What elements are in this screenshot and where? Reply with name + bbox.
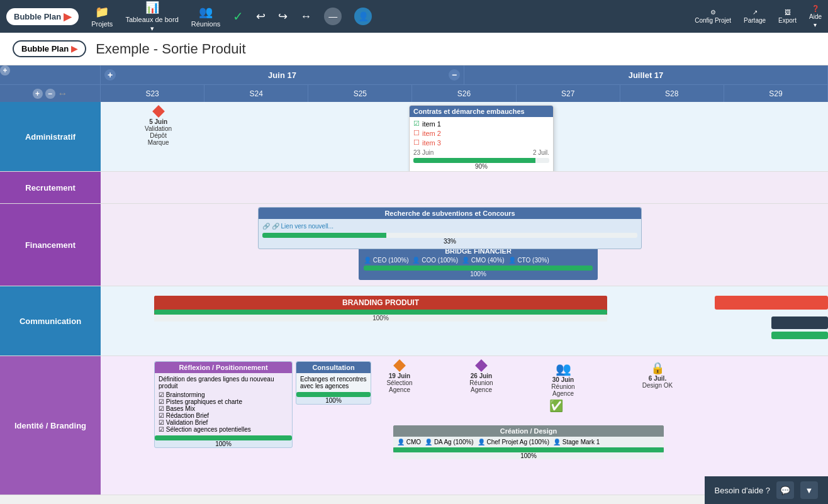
ms-selection-label2: Agence [378,386,422,393]
redo-button[interactable]: ↪ [278,9,288,23]
gear-icon: ⚙ [710,9,716,16]
reflexion-content: Définition des grandes lignes du nouveau… [155,373,292,435]
circle-button-2[interactable]: 👤 [354,8,372,25]
row-content-recrutement [101,172,828,203]
week-s28: S28 [620,85,724,102]
timeline-months-row: + + Juin 17 − Juillet 17 [0,65,828,84]
ms-19juin-date: 19 Juin [378,372,422,379]
people-icon: 👥 [199,5,213,19]
ms-reunion1-label: Réunion [459,379,503,386]
chat-icon: 💬 [780,486,790,495]
nav-config[interactable]: ⚙ Config Projet [695,9,731,24]
item-3-text: item 3 [422,139,441,147]
nav-aide[interactable]: ❓ Aide ▾ [809,5,822,28]
header-logo-text: Bubble Plan [21,44,69,53]
chart-icon: 📊 [145,1,159,14]
bridge-assignee-1: 👤 CEO (100%) [364,257,408,264]
nav-projets-label: Projets [91,20,113,28]
contrats-item-1: ☑ item 1 [413,120,549,128]
zoom-plus-btn[interactable]: + [0,65,10,76]
item-2-text: item 2 [422,130,441,137]
bridge-task[interactable]: BRIDGE FINANCIER 👤 CEO (100%) 👤 COO (100… [359,245,598,280]
page-header: Bubble Plan ▶ Exemple - Sortie Produit [0,33,828,65]
reflexion-item-5: ☑ Validation Brief [159,419,288,426]
help-section: Besoin d'aide ? 💬 ▼ [705,476,829,495]
consultation-content: Echanges et rencontres avec les agences [296,373,371,392]
check-circle-icon: ✅ [549,399,563,413]
gantt-row-administratif: Administratif 5 Juin Validation Dépôt Ma… [0,102,828,172]
week-s24: S24 [204,85,308,102]
row-label-financement: Financement [0,204,101,286]
circle-button-1[interactable]: — [324,8,342,25]
consultation-header: Consultation [296,362,371,373]
bridge-assignee-4: 👤 CTO (30%) [508,257,549,264]
contrats-dates: 23 Juin 2 Juil. [413,149,549,156]
milestone-reunion2[interactable]: 👥 30 Juin Réunion Agence [541,361,585,397]
ms-30juin-date: 30 Juin [541,376,585,383]
row-label-identite: Identité / Branding [0,356,101,495]
ms-26juin-date: 26 Juin [459,372,503,379]
month-juin-label: Juin 17 [268,70,296,80]
creation-assignee-4: 👤 Stage Mark 1 [553,439,600,445]
creation-card[interactable]: Création / Design 👤 CMO 👤 DA Ag (100%) 👤… [393,425,664,459]
week-zoom-minus[interactable]: − [45,89,55,99]
recherche-link: 🔗 🔗 Lien vers nouvell... [262,221,637,231]
milestone-selection[interactable]: 19 Juin Sélection Agence [378,361,422,393]
date-start: 23 Juin [413,149,434,156]
ms-6juil-date: 6 Juil. [635,375,680,382]
nav-partage-label: Partage [744,17,766,24]
dropdown-arrow-aide: ▾ [814,21,817,28]
week-s27: S27 [517,85,620,102]
consultation-card[interactable]: Consultation Echanges et rencontres avec… [296,361,371,405]
help-chat-button[interactable]: 💬 [776,481,794,495]
reflexion-card[interactable]: Réflexion / Positionnement Définition de… [154,361,293,448]
row-content-communication: BRANDING PRODUIT 100% [101,286,828,356]
week-zoom-plus[interactable]: + [33,89,43,99]
week-s26: S26 [412,85,516,102]
move-button[interactable]: ↔ [300,10,311,23]
milestone-label-3: Marque [145,139,172,146]
nav-item-tableaux[interactable]: 📊 Tableaux de bord ▾ [125,1,178,33]
contrats-card-header: Contrats et démarche embauches [410,106,553,117]
branding-task[interactable]: BRANDING PRODUIT 100% [154,296,607,322]
recherche-task[interactable]: Recherche de subventions et Concours 🔗 🔗… [258,207,642,249]
milestone-date: 5 Juin [145,118,172,125]
nav-export[interactable]: 🖼 Export [778,9,797,24]
week-s25: S25 [308,85,412,102]
dropdown-arrow: ▾ [150,25,154,33]
checkbox-unchecked-icon-2: ☐ [413,138,420,147]
top-navigation: Bubble Plan ▶ 📁 Projets 📊 Tableaux de bo… [0,0,828,33]
milestone-5juin[interactable]: 5 Juin Validation Dépôt Marque [145,107,172,146]
milestone-design-ok[interactable]: 🔒 6 Juil. Design OK [635,361,680,389]
creation-assignees: 👤 CMO 👤 DA Ag (100%) 👤 Chef Projet Ag (1… [393,437,664,447]
nav-item-reunions[interactable]: 👥 Réunions [191,5,220,28]
ms-selection-label: Sélection [378,379,422,386]
user-circle-icon: 👤 [358,11,369,21]
recherche-header: Recherche de subventions et Concours [259,208,641,219]
consultation-desc: Echanges et rencontres avec les agences [300,376,367,389]
header-logo-arrow: ▶ [71,44,77,53]
month-expand-left[interactable]: + [104,69,116,81]
help-expand-button[interactable]: ▼ [800,481,818,495]
branding-title: BRANDING PRODUIT [154,296,607,310]
nav-item-projets[interactable]: 📁 Projets [91,5,113,28]
nav-partage[interactable]: ↗ Partage [744,9,766,24]
contrats-item-2: ☐ item 2 [413,129,549,137]
month-collapse[interactable]: − [449,69,460,81]
date-end: 2 Juil. [533,149,549,156]
people-green-icon: 👥 [541,361,585,376]
nav-logo[interactable]: Bubble Plan ▶ [6,8,79,25]
weeks-row: + − ↔ S23 S24 S25 S26 S27 S28 S29 [0,84,828,102]
reflexion-item-4: ☑ Rédaction Brief [159,412,288,419]
contrats-card[interactable]: Contrats et démarche embauches ☑ item 1 … [409,105,554,171]
gantt-container: + + Juin 17 − Juillet 17 + − ↔ S23 S24 S… [0,65,828,495]
row-content-admin: 5 Juin Validation Dépôt Marque Contrats … [101,102,828,171]
undo-button[interactable]: ↩ [256,9,266,23]
row-content-identite: Réflexion / Positionnement Définition de… [101,356,828,495]
creation-header: Création / Design [393,425,664,437]
header-logo: Bubble Plan ▶ [13,40,86,57]
milestone-reunion1[interactable]: 26 Juin Réunion Agence [459,361,503,393]
folder-icon: 📁 [95,5,109,19]
month-juin: + Juin 17 − [101,65,464,84]
ms-reunion2-label: Réunion [541,383,585,390]
